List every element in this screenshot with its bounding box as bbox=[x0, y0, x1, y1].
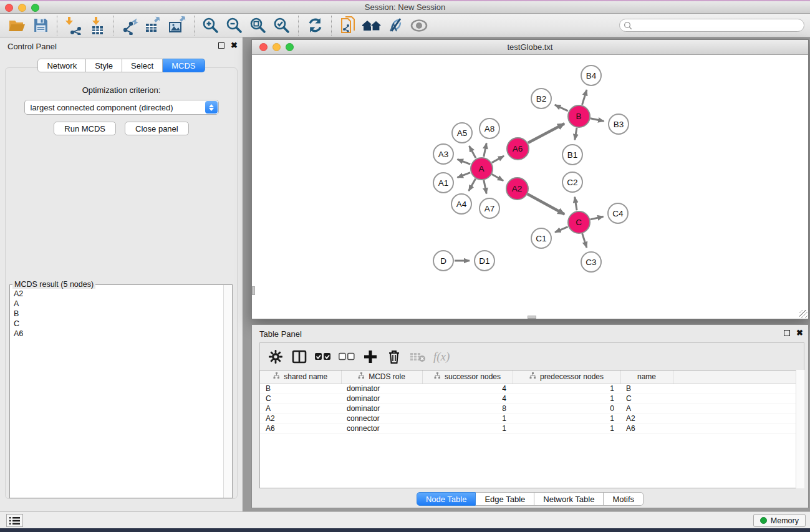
home-view-icon[interactable] bbox=[360, 15, 383, 36]
network-window-title: testGlobe.txt bbox=[252, 42, 808, 52]
graph-node-D[interactable]: D bbox=[433, 250, 454, 271]
status-bar: Memory bbox=[0, 511, 810, 528]
resize-grip-icon[interactable] bbox=[799, 310, 808, 318]
float-table-panel-icon[interactable] bbox=[784, 330, 790, 336]
mcds-panel: Optimization criterion: largest connecte… bbox=[5, 67, 238, 499]
toolbar-separator bbox=[331, 16, 332, 36]
column-header-predecessor-nodes[interactable]: predecessor nodes bbox=[513, 370, 620, 384]
delete-table-icon[interactable] bbox=[407, 347, 428, 367]
hide-labels-icon[interactable] bbox=[383, 15, 407, 36]
column-header-shared-name[interactable]: shared name bbox=[260, 370, 341, 384]
column-header-mcds-role[interactable]: MCDS role bbox=[341, 370, 422, 384]
tab-mcds[interactable]: MCDS bbox=[163, 59, 205, 72]
graph-node-A7[interactable]: A7 bbox=[479, 198, 500, 219]
graph-node-D1[interactable]: D1 bbox=[474, 250, 495, 271]
show-graphics-details-icon[interactable] bbox=[407, 15, 431, 36]
save-session-icon[interactable] bbox=[29, 15, 52, 36]
criterion-dropdown[interactable]: largest connected component (directed) bbox=[24, 100, 219, 115]
tab-motifs[interactable]: Motifs bbox=[604, 492, 644, 506]
table-options-gear-icon[interactable] bbox=[265, 347, 286, 367]
mcds-result-item[interactable]: A2 bbox=[11, 289, 223, 299]
graph-node-B2[interactable]: B2 bbox=[531, 88, 552, 109]
table-scrollbar[interactable] bbox=[796, 370, 804, 488]
zoom-in-icon[interactable] bbox=[199, 15, 223, 36]
graph-node-B4[interactable]: B4 bbox=[581, 65, 602, 86]
canvas-vertical-scroll-thumb[interactable] bbox=[252, 286, 255, 295]
task-history-button[interactable] bbox=[6, 514, 23, 527]
node-table-header-row: shared nameMCDS rolesuccessor nodesprede… bbox=[260, 370, 804, 384]
graph-node-B[interactable]: B bbox=[567, 105, 591, 128]
zoom-selected-icon[interactable] bbox=[270, 15, 294, 36]
open-file-icon[interactable] bbox=[5, 15, 29, 36]
create-column-icon[interactable] bbox=[360, 347, 381, 367]
canvas-horizontal-scroll-thumb[interactable] bbox=[528, 316, 536, 319]
refresh-view-icon[interactable] bbox=[303, 15, 327, 36]
show-columns-icon[interactable] bbox=[289, 347, 310, 367]
mcds-result-item[interactable]: A bbox=[11, 299, 223, 309]
function-builder-button[interactable]: f(x) bbox=[431, 350, 450, 364]
graph-node-A[interactable]: A bbox=[470, 157, 493, 180]
mcds-result-title: MCDS result (5 nodes) bbox=[12, 280, 95, 289]
import-network-icon[interactable] bbox=[62, 15, 85, 36]
mcds-result-item[interactable]: A6 bbox=[11, 329, 223, 339]
network-canvas[interactable]: AA1A2A3A4A5A6A7A8BB1B2B3B4CC1C2C3C4DD1 bbox=[252, 55, 808, 319]
column-header-name[interactable]: name bbox=[620, 370, 673, 384]
zoom-out-icon[interactable] bbox=[223, 15, 246, 36]
graph-node-A5[interactable]: A5 bbox=[451, 122, 473, 143]
graph-node-B3[interactable]: B3 bbox=[608, 114, 629, 135]
graph-node-A6[interactable]: A6 bbox=[506, 137, 529, 160]
float-panel-icon[interactable] bbox=[218, 42, 224, 49]
table-row[interactable]: A6connector11A6 bbox=[260, 423, 804, 433]
column-header-successor-nodes[interactable]: successor nodes bbox=[422, 370, 513, 384]
graph-node-C3[interactable]: C3 bbox=[581, 251, 602, 273]
tab-style[interactable]: Style bbox=[86, 59, 122, 72]
node-table[interactable]: shared nameMCDS rolesuccessor nodesprede… bbox=[259, 370, 804, 488]
toolbar-separator bbox=[298, 16, 299, 36]
graph-node-A1[interactable]: A1 bbox=[433, 172, 454, 193]
application-window: Session: New Session bbox=[0, 0, 810, 532]
table-row[interactable]: Cdominator41C bbox=[260, 394, 804, 404]
search-input[interactable] bbox=[619, 19, 804, 32]
tab-select[interactable]: Select bbox=[122, 59, 163, 72]
graph-node-A4[interactable]: A4 bbox=[451, 193, 472, 215]
select-all-columns-icon[interactable] bbox=[312, 347, 334, 367]
tab-edge-table[interactable]: Edge Table bbox=[476, 492, 534, 506]
memory-button[interactable]: Memory bbox=[753, 514, 806, 527]
graph-node-B1[interactable]: B1 bbox=[562, 144, 583, 165]
graph-node-A2[interactable]: A2 bbox=[506, 177, 529, 200]
delete-column-icon[interactable] bbox=[383, 347, 405, 367]
tab-network-table[interactable]: Network Table bbox=[534, 492, 604, 506]
tab-network[interactable]: Network bbox=[37, 59, 86, 72]
export-table-icon[interactable] bbox=[142, 15, 166, 36]
import-table-icon[interactable] bbox=[85, 15, 109, 36]
table-row[interactable]: Adominator80A bbox=[260, 404, 804, 414]
toolbar-separator bbox=[113, 16, 114, 36]
optimization-criterion-label: Optimization criterion: bbox=[6, 85, 237, 95]
hierarchy-icon bbox=[273, 372, 280, 381]
tab-node-table[interactable]: Node Table bbox=[417, 492, 476, 506]
graph-node-C2[interactable]: C2 bbox=[562, 172, 583, 193]
mcds-result-item[interactable]: C bbox=[11, 319, 223, 329]
export-image-icon[interactable] bbox=[166, 15, 190, 36]
zoom-fit-icon[interactable] bbox=[246, 15, 270, 36]
graph-node-C4[interactable]: C4 bbox=[607, 203, 629, 224]
graph-node-C1[interactable]: C1 bbox=[531, 228, 552, 249]
export-network-icon[interactable] bbox=[118, 15, 142, 36]
close-table-panel-icon[interactable]: ✖ bbox=[796, 330, 803, 336]
result-scrollbar[interactable] bbox=[223, 285, 232, 498]
graph-node-C[interactable]: C bbox=[567, 211, 591, 234]
network-window-titlebar[interactable]: testGlobe.txt bbox=[252, 40, 808, 55]
close-panel-icon[interactable]: ✖ bbox=[231, 42, 238, 49]
close-panel-button[interactable]: Close panel bbox=[125, 122, 189, 135]
table-panel-title: Table Panel bbox=[259, 329, 302, 339]
table-row[interactable]: Bdominator41B bbox=[260, 384, 804, 394]
mcds-result-item[interactable]: B bbox=[11, 309, 223, 319]
graph-node-A3[interactable]: A3 bbox=[433, 143, 454, 165]
unselect-all-columns-icon[interactable] bbox=[336, 347, 357, 367]
graph-node-A8[interactable]: A8 bbox=[479, 118, 500, 139]
hierarchy-icon bbox=[529, 372, 536, 381]
create-network-view-icon[interactable] bbox=[336, 15, 360, 36]
memory-label: Memory bbox=[771, 516, 799, 525]
table-row[interactable]: A2connector11A2 bbox=[260, 414, 804, 423]
run-mcds-button[interactable]: Run MCDS bbox=[54, 122, 116, 135]
